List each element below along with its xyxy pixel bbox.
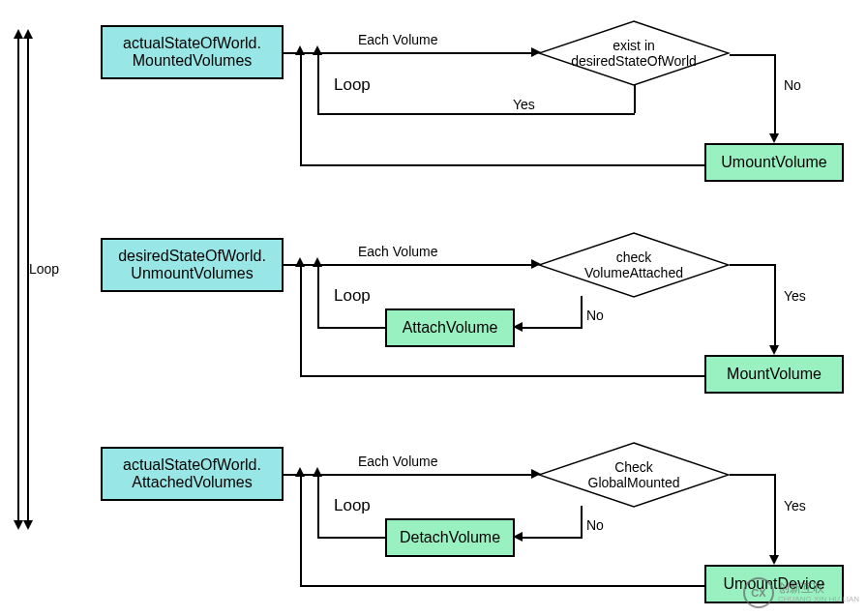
no-line-v-s2 bbox=[581, 296, 583, 327]
action-no-s3: DetachVolume bbox=[385, 518, 515, 557]
inner-loop-s2: Loop bbox=[334, 286, 371, 306]
loop-line-right bbox=[27, 39, 29, 520]
decision-label-s1: exist in desiredStateOfWorld bbox=[571, 38, 697, 69]
watermark: CX 创新互联 CHUANG XIN HU LIAN bbox=[743, 577, 859, 608]
decision-label-s2: check VolumeAttached bbox=[584, 249, 683, 280]
loop-arrow-down-r bbox=[23, 520, 33, 530]
watermark-logo: CX bbox=[743, 577, 774, 608]
return-arrowhead-s1 bbox=[295, 45, 305, 55]
no-line-s1 bbox=[774, 54, 776, 135]
loop-line-left bbox=[17, 39, 19, 520]
decision-label-s3: Check GlobalMounted bbox=[588, 459, 680, 490]
return-detach-h-s3 bbox=[317, 537, 385, 539]
loop-arrow-up-l bbox=[14, 29, 23, 39]
edge-label-s2: Each Volume bbox=[358, 244, 438, 259]
yes-arrowhead-s1 bbox=[313, 45, 322, 55]
inner-loop-s3: Loop bbox=[334, 496, 371, 515]
return-h-s1 bbox=[300, 164, 704, 166]
yes-line-v-s3 bbox=[774, 474, 776, 557]
yes-line-h-s1 bbox=[317, 113, 635, 115]
loop-arrow-down-l bbox=[14, 520, 23, 530]
loop-arrow-up-r bbox=[23, 29, 33, 39]
source-box-s2: desiredStateOfWorld. UnmountVolumes bbox=[101, 238, 284, 292]
decision-s2: check VolumeAttached bbox=[537, 231, 731, 299]
return-attach-h-s2 bbox=[317, 327, 385, 329]
return-mount-arrowhead-s2 bbox=[295, 257, 305, 267]
return-umount-v-s3 bbox=[300, 476, 302, 586]
yes-line-v-s1 bbox=[634, 84, 636, 113]
inner-loop-s1: Loop bbox=[334, 75, 371, 95]
yes-line-h-s2 bbox=[730, 264, 776, 266]
yes-label-s3: Yes bbox=[784, 498, 806, 513]
no-label-s3: No bbox=[586, 517, 604, 533]
no-line-h-s1 bbox=[730, 54, 776, 56]
watermark-sub: CHUANG XIN HU LIAN bbox=[778, 595, 859, 603]
source-box-s3: actualStateOfWorld. AttachedVolumes bbox=[101, 447, 284, 501]
yes-label-s1: Yes bbox=[513, 97, 535, 112]
edge-label-s1: Each Volume bbox=[358, 32, 438, 47]
return-mount-v-s2 bbox=[300, 266, 302, 376]
return-v-s1 bbox=[300, 54, 302, 165]
return-detach-v-s3 bbox=[317, 476, 319, 539]
no-label-s1: No bbox=[784, 77, 801, 93]
no-line-h-s3 bbox=[523, 537, 583, 539]
yes-line-v-s2 bbox=[774, 264, 776, 347]
yes-arrowhead-s3 bbox=[769, 555, 779, 565]
return-detach-arrowhead-s3 bbox=[313, 467, 322, 477]
action-no-s1: UmountVolume bbox=[704, 143, 844, 182]
yes-line-h-s3 bbox=[730, 474, 776, 476]
return-attach-arrowhead-s2 bbox=[313, 257, 322, 267]
no-arrowhead-s1 bbox=[769, 133, 779, 143]
loop-label-main: Loop bbox=[29, 261, 59, 277]
action-no-s2: AttachVolume bbox=[385, 308, 515, 347]
return-umount-h-s3 bbox=[300, 585, 704, 587]
return-mount-h-s2 bbox=[300, 375, 704, 377]
decision-s1: exist in desiredStateOfWorld bbox=[537, 19, 731, 87]
yes-label-s2: Yes bbox=[784, 288, 806, 304]
yes-line-v2-s1 bbox=[317, 54, 319, 115]
watermark-brand: 创新互联 bbox=[778, 582, 859, 595]
no-line-h-s2 bbox=[523, 327, 583, 329]
decision-s3: Check GlobalMounted bbox=[537, 441, 731, 509]
no-label-s2: No bbox=[586, 308, 604, 323]
return-attach-v-s2 bbox=[317, 266, 319, 329]
no-line-v-s3 bbox=[581, 506, 583, 537]
edge-label-s3: Each Volume bbox=[358, 454, 438, 469]
yes-arrowhead-s2 bbox=[769, 345, 779, 355]
source-box-s1: actualStateOfWorld. MountedVolumes bbox=[101, 25, 284, 79]
action-yes-s2: MountVolume bbox=[704, 355, 844, 394]
return-umount-arrowhead-s3 bbox=[295, 467, 305, 477]
